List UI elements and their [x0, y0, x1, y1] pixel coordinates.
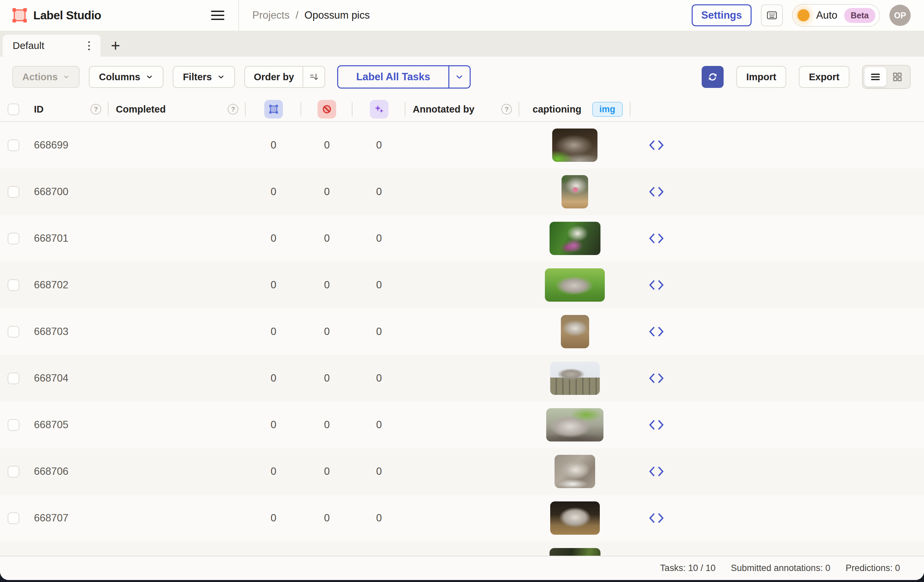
cancelled-prohibition-icon [321, 104, 333, 115]
grid-view-button[interactable] [886, 67, 908, 86]
sparkles-icon [373, 104, 385, 115]
refresh-button[interactable] [702, 66, 724, 88]
column-header-predictions[interactable] [353, 97, 406, 121]
img-type-badge: img [592, 102, 623, 117]
column-header-source [630, 97, 682, 121]
table-row[interactable]: 668706 0 0 0 [0, 448, 924, 495]
cancelled-column-chip[interactable] [318, 100, 336, 119]
column-header-captioning[interactable]: captioning img [519, 97, 630, 121]
select-all-checkbox[interactable] [8, 104, 19, 115]
task-image-thumbnail[interactable] [549, 222, 601, 255]
task-image-thumbnail[interactable] [554, 455, 595, 488]
annotated-by-help-icon[interactable]: ? [501, 104, 512, 114]
sort-order-icon [309, 71, 319, 82]
auto-label: Auto [816, 9, 837, 21]
code-source-icon[interactable] [649, 420, 664, 430]
row-checkbox[interactable] [8, 419, 19, 431]
code-source-icon[interactable] [649, 373, 664, 384]
table-row[interactable] [0, 541, 924, 556]
code-source-icon[interactable] [649, 466, 664, 477]
predictions-count: 0 [353, 495, 406, 541]
columns-dropdown-button[interactable]: Columns [89, 66, 163, 88]
code-source-icon[interactable] [649, 513, 664, 523]
cancelled-count: 0 [301, 402, 353, 448]
header-right-group: Settings Auto Beta OP [692, 4, 924, 26]
code-source-icon[interactable] [649, 233, 664, 244]
task-image-thumbnail[interactable] [561, 315, 589, 348]
cancelled-count: 0 [301, 169, 353, 215]
predictions-column-chip[interactable] [370, 100, 388, 119]
cancelled-count: 0 [301, 122, 353, 169]
code-source-icon[interactable] [649, 187, 664, 197]
row-checkbox[interactable] [8, 466, 19, 478]
predictions-count: 0 [353, 262, 406, 308]
completed-help-icon[interactable]: ? [228, 104, 238, 114]
table-row[interactable]: 668704 0 0 0 [0, 355, 924, 402]
actions-dropdown-button[interactable]: Actions [12, 66, 79, 88]
row-checkbox[interactable] [8, 186, 19, 198]
tasks-count: Tasks: 10 / 10 [660, 563, 716, 573]
code-source-icon[interactable] [649, 140, 664, 150]
submitted-annotations-count: Submitted annotations: 0 [731, 563, 830, 573]
predictions-count: 0 [353, 402, 406, 448]
column-header-id[interactable]: ID ? [26, 97, 109, 121]
auto-toggle[interactable]: Auto Beta [792, 4, 880, 26]
predictions-count: 0 [353, 448, 406, 495]
export-button[interactable]: Export [799, 66, 850, 88]
table-row[interactable]: 668707 0 0 0 [0, 495, 924, 541]
annotations-column-chip[interactable] [264, 100, 283, 119]
row-checkbox[interactable] [8, 139, 19, 151]
row-checkbox[interactable] [8, 372, 19, 384]
label-all-tasks-button[interactable]: Label All Tasks [338, 66, 448, 88]
table-row[interactable]: 668705 0 0 0 [0, 402, 924, 448]
label-studio-app: Label Studio Projects / Opossum pics Set… [0, 0, 924, 580]
task-image-thumbnail[interactable] [546, 408, 604, 441]
tab-default[interactable]: Default [3, 35, 101, 56]
row-checkbox[interactable] [8, 279, 19, 291]
row-checkbox[interactable] [8, 233, 19, 245]
annotations-count [246, 541, 301, 556]
menu-toggle-button[interactable] [211, 11, 224, 20]
task-image-thumbnail[interactable] [545, 268, 605, 302]
completed-column-label: Completed [116, 104, 166, 115]
app-logo[interactable]: Label Studio [12, 8, 101, 23]
table-row[interactable]: 668700 0 0 0 [0, 169, 924, 215]
row-checkbox[interactable] [8, 326, 19, 337]
column-header-annotations[interactable] [246, 97, 301, 121]
actions-label: Actions [22, 71, 58, 83]
table-row[interactable]: 668703 0 0 0 [0, 308, 924, 355]
column-header-annotated-by[interactable]: Annotated by ? [406, 97, 519, 121]
task-image-thumbnail[interactable] [561, 175, 588, 208]
label-all-tasks-menu-button[interactable] [448, 66, 470, 88]
order-by-button[interactable]: Order by [245, 66, 302, 87]
table-row[interactable]: 668699 0 0 0 [0, 122, 924, 169]
tab-options-kebab-icon[interactable] [86, 39, 92, 52]
code-source-icon[interactable] [649, 280, 664, 290]
predictions-count: 0 [353, 308, 406, 355]
settings-button[interactable]: Settings [692, 4, 752, 26]
task-image-thumbnail[interactable] [550, 362, 600, 395]
row-checkbox[interactable] [8, 513, 19, 524]
column-header-completed[interactable]: Completed ? [109, 97, 246, 121]
select-all-cell [0, 97, 26, 121]
task-id: 668703 [26, 308, 109, 355]
keyboard-shortcuts-button[interactable] [761, 4, 783, 26]
import-button[interactable]: Import [736, 66, 786, 88]
task-image-thumbnail[interactable] [549, 548, 601, 556]
table-row[interactable]: 668702 0 0 0 [0, 262, 924, 308]
list-view-button[interactable] [865, 67, 886, 86]
sort-direction-button[interactable] [302, 66, 325, 87]
annotations-count: 0 [246, 495, 301, 541]
user-avatar[interactable]: OP [889, 5, 911, 26]
table-row[interactable]: 668701 0 0 0 [0, 215, 924, 262]
column-header-cancelled[interactable] [301, 97, 353, 121]
breadcrumb-projects-link[interactable]: Projects [252, 9, 290, 21]
annotations-count: 0 [246, 215, 301, 262]
id-help-icon[interactable]: ? [91, 104, 101, 114]
add-tab-button[interactable]: + [101, 35, 130, 56]
filters-dropdown-button[interactable]: Filters [173, 66, 235, 88]
code-source-icon[interactable] [649, 326, 664, 337]
task-image-thumbnail[interactable] [552, 129, 597, 162]
task-image-thumbnail[interactable] [550, 501, 600, 535]
task-table-body: 668699 0 0 0 668700 0 0 0 668701 [0, 122, 924, 556]
